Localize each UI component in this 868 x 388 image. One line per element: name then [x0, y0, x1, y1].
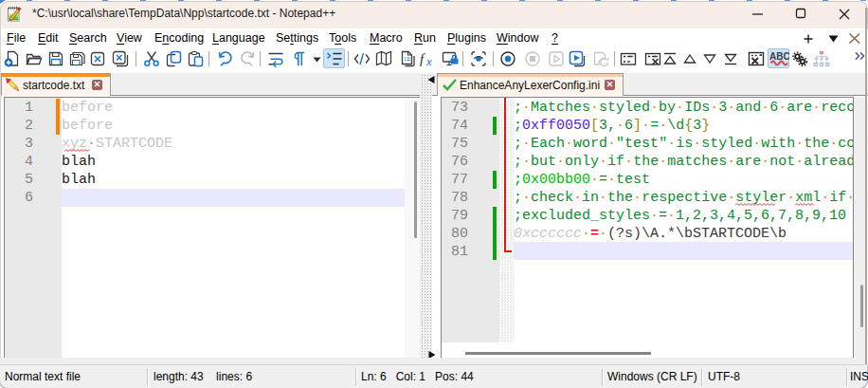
- svg-text:ABC: ABC: [769, 51, 789, 62]
- svg-text:f: f: [420, 51, 425, 66]
- svg-text:x: x: [425, 56, 432, 67]
